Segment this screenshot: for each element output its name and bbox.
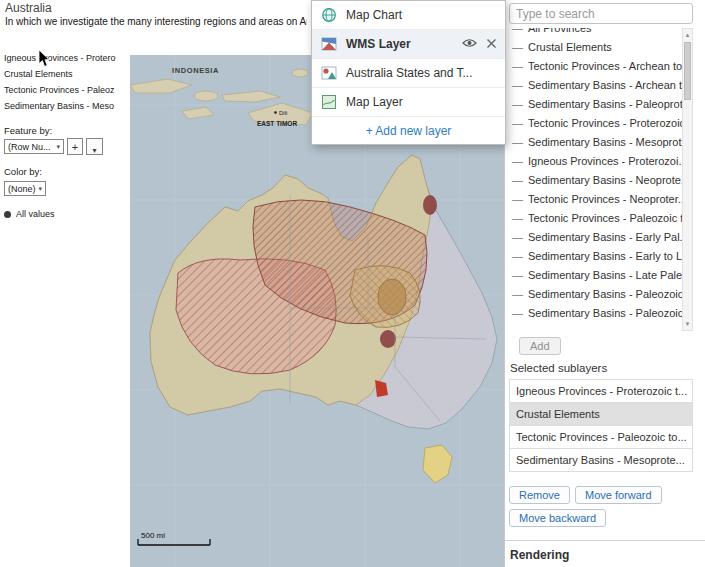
tree-dash: — <box>512 193 523 205</box>
map-layer-icon <box>321 94 337 110</box>
legend-item: Tectonic Provinces - Paleoz <box>4 82 129 98</box>
tree-dash: — <box>512 155 523 167</box>
color-swatch <box>4 211 11 218</box>
wms-layer-icon <box>321 36 337 52</box>
tree-dash: — <box>512 136 523 148</box>
page-title: Australia <box>5 1 52 15</box>
scrollbar-thumb[interactable] <box>684 42 691 100</box>
legend: Igneous Provinces - Protero Crustal Elem… <box>4 50 129 219</box>
layer-item-map-layer[interactable]: Map Layer <box>312 88 505 117</box>
tree-dash: — <box>512 174 523 186</box>
add-sublayer-button[interactable]: Add <box>519 337 561 355</box>
add-column-button[interactable]: + <box>67 138 83 155</box>
available-sublayer-item[interactable]: —Sedimentary Basins - Archean t... <box>509 76 682 95</box>
tree-dash: — <box>512 212 523 224</box>
legend-item: Sedimentary Basins - Meso <box>4 98 129 114</box>
color-by-label: Color by: <box>4 166 129 177</box>
tree-dash: — <box>512 79 523 91</box>
move-forward-button[interactable]: Move forward <box>575 486 662 504</box>
available-sublayer-item[interactable]: —Sedimentary Basins - Mesoprot... <box>509 133 682 152</box>
move-backward-button[interactable]: Move backward <box>509 509 606 527</box>
available-sublayer-item[interactable]: —Tectonic Provinces - Paleozoic t... <box>509 209 682 228</box>
available-sublayer-item[interactable]: —Tectonic Provinces - Archean to... <box>509 57 682 76</box>
rendering-section-title: Rendering <box>510 548 569 562</box>
available-sublayer-item[interactable]: —Sedimentary Basins - Early Pal... <box>509 228 682 247</box>
layer-label: WMS Layer <box>346 37 411 51</box>
available-sublayer-item[interactable]: —All Provinces <box>509 28 682 38</box>
layer-label: Australia States and T... <box>346 66 473 80</box>
tree-dash: — <box>512 41 523 53</box>
selected-sublayer-item[interactable]: Igneous Provinces - Proterozoic t... <box>509 379 693 403</box>
layer-item-map-chart[interactable]: Map Chart <box>312 1 505 30</box>
selected-sublayer-item[interactable]: Crustal Elements <box>509 402 693 426</box>
add-new-layer-link[interactable]: + Add new layer <box>312 117 505 144</box>
scroll-down-icon[interactable]: ▼ <box>683 318 692 330</box>
available-sublayer-item[interactable]: —Tectonic Provinces - Proterozoic <box>509 114 682 133</box>
tree-dash: — <box>512 60 523 72</box>
layers-popup: Map Chart WMS Layer <box>311 0 506 145</box>
dili-marker <box>274 111 277 114</box>
legend-item: Igneous Provinces - Protero <box>4 50 129 66</box>
page-description: In which we investigate the many interes… <box>5 16 307 27</box>
available-sublayer-item[interactable]: —Sedimentary Basins - Paleoprot... <box>509 95 682 114</box>
selected-sublayer-item[interactable]: Sedimentary Basins - Mesoprote... <box>509 448 693 472</box>
search-input[interactable] <box>509 3 693 24</box>
tree-dash: — <box>512 288 523 300</box>
selected-sublayers-title: Selected sublayers <box>510 362 607 374</box>
list-scrollbar[interactable]: ▲ ▼ <box>682 28 693 331</box>
label-east-timor: EAST TIMOR <box>257 120 297 127</box>
tree-dash: — <box>512 28 523 34</box>
layer-label: Map Chart <box>346 8 402 22</box>
section-divider <box>505 540 705 541</box>
layer-item-feature-layer[interactable]: Australia States and T... <box>312 59 505 88</box>
label-dili: Dili <box>279 110 287 116</box>
feature-by-label: Feature by: <box>4 125 129 136</box>
tree-dash: — <box>512 117 523 129</box>
column-menu-dropdown[interactable] <box>86 138 103 155</box>
tree-dash: — <box>512 307 523 319</box>
available-sublayers-list: —All Provinces —Crustal Elements —Tecton… <box>509 28 693 331</box>
available-sublayer-item[interactable]: —Sedimentary Basins - Early to L... <box>509 247 682 266</box>
label-indonesia: INDONESIA <box>172 66 219 75</box>
layer-label: Map Layer <box>346 95 403 109</box>
tree-dash: — <box>512 250 523 262</box>
mouse-cursor <box>38 50 50 72</box>
color-by-dropdown[interactable]: (None) <box>4 181 46 196</box>
available-sublayer-item[interactable]: —Igneous Provinces - Proterozoi... <box>509 152 682 171</box>
visibility-eye-icon[interactable] <box>462 37 477 51</box>
available-sublayer-item[interactable]: —Sedimentary Basins - Paleozoic... <box>509 285 682 304</box>
available-sublayer-item[interactable]: —Crustal Elements <box>509 38 682 57</box>
layer-item-wms[interactable]: WMS Layer <box>312 30 505 59</box>
close-icon[interactable] <box>487 37 496 51</box>
tree-dash: — <box>512 231 523 243</box>
app-window: Australia In which we investigate the ma… <box>0 0 705 567</box>
scroll-up-icon[interactable]: ▲ <box>683 29 692 41</box>
sublayers-panel: —All Provinces —Crustal Elements —Tecton… <box>504 0 705 567</box>
selected-sublayers-list: Igneous Provinces - Proterozoic t... Cru… <box>509 380 693 472</box>
all-values-label: All values <box>16 209 55 219</box>
tree-dash: — <box>512 269 523 281</box>
globe-icon <box>321 7 337 23</box>
wms-region-brown-blob[interactable] <box>378 279 406 315</box>
legend-item: Crustal Elements <box>4 66 129 82</box>
available-sublayer-item[interactable]: —Sedimentary Basins - Neoprote... <box>509 171 682 190</box>
available-sublayer-item[interactable]: —Sedimentary Basins - Paleozoic... <box>509 304 682 323</box>
selected-sublayer-item[interactable]: Tectonic Provinces - Paleozoic to... <box>509 425 693 449</box>
available-sublayer-item[interactable]: —Sedimentary Basins - Late Pale... <box>509 266 682 285</box>
tree-dash: — <box>512 98 523 110</box>
feature-by-dropdown[interactable]: (Row Nu... <box>4 139 64 154</box>
remove-button[interactable]: Remove <box>509 486 570 504</box>
feature-layer-icon <box>321 65 337 81</box>
svg-text:500 mi: 500 mi <box>141 531 165 540</box>
color-legend-entry: All values <box>4 209 129 219</box>
available-sublayer-item[interactable]: —Tectonic Provinces - Neoproter... <box>509 190 682 209</box>
